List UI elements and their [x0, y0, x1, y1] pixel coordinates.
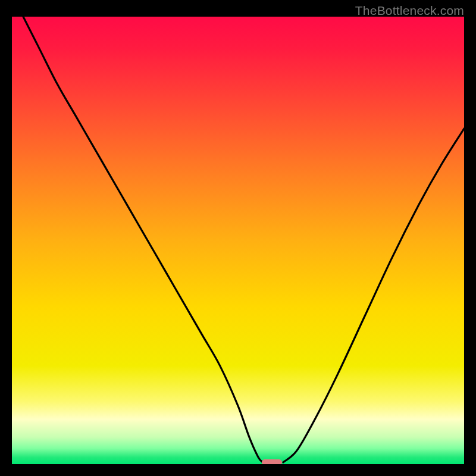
chart-frame: TheBottleneck.com	[0, 0, 476, 476]
background-gradient	[12, 17, 464, 464]
plot-area	[12, 17, 464, 464]
watermark-text: TheBottleneck.com	[355, 4, 464, 18]
svg-rect-0	[12, 17, 464, 464]
optimal-marker	[262, 459, 282, 464]
